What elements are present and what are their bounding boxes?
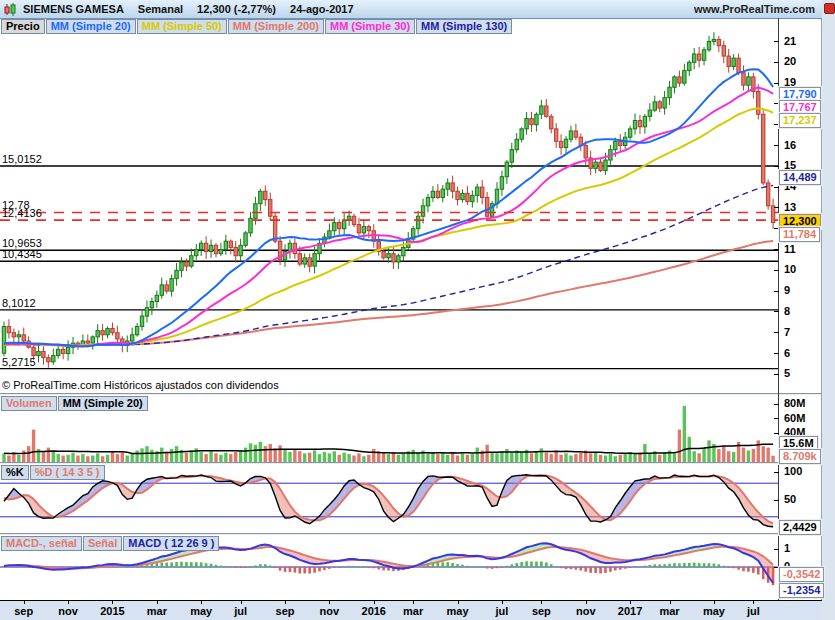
x-axis-label: may <box>447 605 469 617</box>
last-value-badge: 8.709k <box>779 449 821 464</box>
title-bar: SIEMENS GAMESA Semanal 12,300 (-2,77%) 2… <box>0 0 835 19</box>
price-level-label: 5,2715 <box>2 356 36 368</box>
y-axis-label: 9 <box>784 284 790 296</box>
x-axis-tick <box>285 601 286 604</box>
y-axis-tick <box>774 270 779 271</box>
y-axis-tick <box>774 291 779 292</box>
copyright-note: © ProRealTime.com Históricos ajustados c… <box>2 379 279 391</box>
macd-legend-item[interactable]: MACD-, señal <box>1 536 82 551</box>
x-axis-label: jul <box>234 605 247 617</box>
y-axis-label: 7 <box>784 326 790 338</box>
panel-separator <box>0 463 822 464</box>
x-axis-label: sep <box>276 605 295 617</box>
last-value-badge: 2,4429 <box>779 520 821 535</box>
y-axis-label: 13 <box>784 201 796 213</box>
x-axis-label: may <box>703 605 725 617</box>
price-level-label: 10,4345 <box>2 248 42 260</box>
volume-legend-item[interactable]: Volumen <box>1 396 57 411</box>
stochastic-legend-item[interactable]: %D ( 14 3 5 ) <box>30 465 105 480</box>
x-axis-tick <box>586 601 587 604</box>
candles-icon <box>4 3 17 16</box>
price-level-label: 15,0152 <box>2 153 42 165</box>
y-axis-label: 11 <box>784 243 796 255</box>
x-axis-tick <box>157 601 158 604</box>
last-value-badge: 14,489 <box>779 170 821 185</box>
price-legend: PrecioMM (Simple 20)MM (Simple 50)MM (Si… <box>1 19 513 34</box>
last-value-badge: 17,237 <box>779 113 821 128</box>
x-axis-tick <box>714 601 715 604</box>
y-axis-label: 100 <box>784 465 802 477</box>
x-axis-label: nov <box>320 605 340 617</box>
price-legend-item[interactable]: MM (Simple 30) <box>325 19 415 34</box>
last-value-badge: 11,784 <box>779 227 820 242</box>
y-axis-tick <box>774 187 779 188</box>
y-axis-label: 20 <box>784 55 796 67</box>
y-axis-label: 1 <box>784 542 790 554</box>
x-axis-tick <box>541 601 542 604</box>
price-legend-item[interactable]: Precio <box>1 19 45 34</box>
x-axis-tick <box>68 601 69 604</box>
price-legend-item[interactable]: MM (Simple 50) <box>137 19 227 34</box>
last-value-badge: -1,2354 <box>779 583 824 598</box>
panel-separator <box>0 534 822 535</box>
instrument-name: SIEMENS GAMESA <box>23 3 124 15</box>
price-chart-canvas[interactable] <box>0 18 778 393</box>
prorealtime-logo-icon[interactable] <box>824 3 835 14</box>
prorealtime-chart-window: SIEMENS GAMESA Semanal 12,300 (-2,77%) 2… <box>0 0 835 620</box>
stochastic-legend: %K%D ( 14 3 5 ) <box>1 465 106 480</box>
panel-separator <box>0 394 822 395</box>
x-axis-label: nov <box>58 605 78 617</box>
y-axis-tick <box>774 166 779 167</box>
y-axis-tick <box>774 404 779 405</box>
x-axis-label: mar <box>147 605 167 617</box>
price-legend-item[interactable]: MM (Simple 20) <box>46 19 136 34</box>
y-axis-label: 8 <box>784 305 790 317</box>
x-axis-tick <box>630 601 631 604</box>
y-axis-tick <box>774 207 779 208</box>
last-value-badge: -0,3542 <box>779 567 824 582</box>
x-axis-tick <box>458 601 459 604</box>
website-label: www.ProRealTime.com <box>694 3 815 15</box>
price-legend-item[interactable]: MM (Simple 200) <box>228 19 324 34</box>
y-axis-label: 10 <box>784 263 796 275</box>
stochastic-legend-item[interactable]: %K <box>1 465 29 480</box>
x-axis-label: 2017 <box>618 605 642 617</box>
y-axis-tick <box>774 374 779 375</box>
y-axis-label: 60M <box>784 412 805 424</box>
price-legend-item[interactable]: MM (Simple 130) <box>416 19 512 34</box>
y-axis-tick <box>774 332 779 333</box>
y-axis-tick <box>774 433 779 434</box>
right-scroll-strip[interactable] <box>822 0 835 620</box>
y-axis-label: 6 <box>784 347 790 359</box>
y-axis-tick <box>774 418 779 419</box>
x-axis-tick <box>24 601 25 604</box>
y-axis-label: 21 <box>784 35 796 47</box>
macd-legend-item[interactable]: Señal <box>83 536 122 551</box>
x-axis-tick <box>670 601 671 604</box>
y-axis-tick <box>774 353 779 354</box>
price-level-label: 8,1012 <box>2 297 36 309</box>
x-axis-label: mar <box>659 605 679 617</box>
x-axis-tick <box>502 601 503 604</box>
stochastic-chart-canvas[interactable] <box>0 464 778 533</box>
x-axis-label: sep <box>532 605 551 617</box>
y-axis-label: 50 <box>784 493 796 505</box>
y-axis-label: 80M <box>784 397 805 409</box>
x-axis-tick <box>374 601 375 604</box>
x-axis-tick <box>241 601 242 604</box>
x-axis-tick <box>201 601 202 604</box>
y-axis-tick <box>774 500 779 501</box>
alert-level-label: 12,4136 <box>2 207 42 219</box>
y-axis-tick <box>774 145 779 146</box>
volume-legend: VolumenMM (Simple 20) <box>1 396 149 411</box>
y-axis-label: 16 <box>784 139 796 151</box>
macd-legend-item[interactable]: MACD ( 12 26 9 ) <box>123 536 219 551</box>
y-axis-tick <box>774 41 779 42</box>
y-axis-label: 5 <box>784 367 790 379</box>
x-axis-tick <box>112 601 113 604</box>
y-axis-tick <box>774 62 779 63</box>
last-price: 12,300 (-2,77%) <box>197 3 276 15</box>
volume-legend-item[interactable]: MM (Simple 20) <box>58 396 148 411</box>
quote-date: 24-ago-2017 <box>290 3 354 15</box>
x-axis-label: jul <box>747 605 760 617</box>
